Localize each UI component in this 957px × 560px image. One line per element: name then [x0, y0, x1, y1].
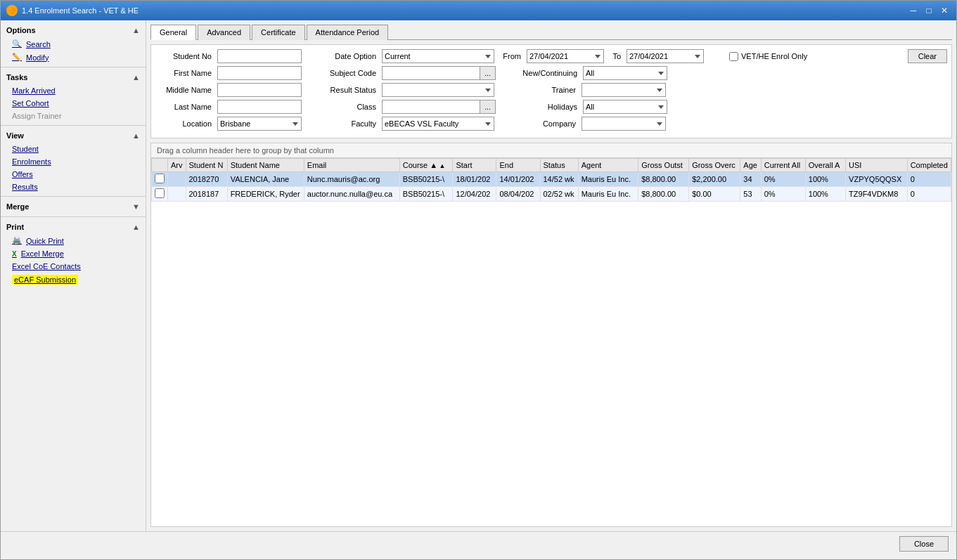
main-content: Options ▲ 🔍 Search ✏️ Modify Tasks ▲ Mar… — [1, 20, 956, 531]
options-section-header[interactable]: Options ▲ — [1, 23, 146, 37]
location-select[interactable]: Brisbane — [217, 117, 302, 131]
class-input[interactable] — [382, 100, 480, 114]
cell-usi: TZ9F4VDKM8 — [846, 187, 908, 202]
class-container: ... — [382, 100, 496, 114]
title-bar: 🔶 1.4 Enrolment Search - VET & HE ─ □ ✕ — [1, 1, 956, 20]
col-email[interactable]: Email — [304, 159, 399, 172]
subject-code-label: Subject Code — [327, 69, 376, 77]
cell-age: 34 — [740, 172, 761, 187]
tab-attendance-period[interactable]: Attendance Period — [307, 25, 389, 40]
table-row[interactable]: 2018187 FREDERICK, Ryder auctor.nunc.nul… — [152, 187, 951, 202]
new-continuing-select[interactable]: All — [583, 66, 667, 80]
trainer-label: Trainer — [520, 86, 576, 94]
col-end[interactable]: End — [496, 159, 540, 172]
sidebar-item-results[interactable]: Results — [1, 181, 146, 193]
col-gross-overc[interactable]: Gross Overc — [689, 159, 740, 172]
col-current-all[interactable]: Current All — [761, 159, 805, 172]
date-option-select[interactable]: Current — [382, 49, 494, 63]
minimize-button[interactable]: ─ — [907, 5, 920, 16]
sidebar-item-quick-print[interactable]: 🖨️ Quick Print — [1, 234, 146, 247]
sidebar-item-mark-arrived[interactable]: Mark Arrived — [1, 84, 146, 97]
col-student-name[interactable]: Student Name — [227, 159, 304, 172]
cell-completed: 0 — [907, 172, 951, 187]
main-window: 🔶 1.4 Enrolment Search - VET & HE ─ □ ✕ … — [0, 0, 957, 560]
col-checkbox[interactable] — [152, 159, 168, 172]
sidebar-item-search[interactable]: 🔍 Search — [1, 37, 146, 51]
cell-end: 14/01/202 — [496, 172, 540, 187]
view-label: View — [6, 131, 24, 140]
col-overall-a[interactable]: Overall A — [805, 159, 845, 172]
close-button[interactable]: ✕ — [938, 5, 951, 16]
middle-name-input[interactable] — [217, 83, 302, 97]
view-section-header[interactable]: View ▲ — [1, 129, 146, 143]
col-course[interactable]: Course ▲ ▲ — [399, 159, 453, 172]
sidebar-item-assign-trainer: Assign Trainer — [1, 110, 146, 122]
search-form: Clear Student No Date Option Current Fro… — [150, 44, 952, 138]
new-continuing-label: New/Continuing — [521, 69, 577, 77]
tabs-container: General Advanced Certificate Attendance … — [150, 25, 952, 40]
col-age[interactable]: Age — [740, 159, 761, 172]
sidebar-item-offers[interactable]: Offers — [1, 168, 146, 181]
result-status-select[interactable] — [382, 83, 494, 97]
cell-status: 02/52 wk — [540, 187, 578, 202]
form-row-3: Middle Name Result Status Trainer — [155, 83, 947, 97]
col-gross-outst[interactable]: Gross Outst — [638, 159, 689, 172]
sidebar-item-modify[interactable]: ✏️ Modify — [1, 51, 146, 64]
last-name-input[interactable] — [217, 100, 302, 114]
col-start[interactable]: Start — [453, 159, 496, 172]
sidebar-item-set-cohort[interactable]: Set Cohort — [1, 97, 146, 110]
trainer-select[interactable] — [582, 83, 666, 97]
sidebar-item-excel-merge[interactable]: X Excel Merge — [1, 247, 146, 260]
tab-advanced[interactable]: Advanced — [198, 25, 250, 40]
table-row[interactable]: 2018270 VALENCIA, Jane Nunc.mauris@ac.or… — [152, 172, 951, 187]
holidays-select[interactable]: All — [583, 100, 667, 114]
row-checkbox-1[interactable] — [155, 174, 165, 183]
sidebar: Options ▲ 🔍 Search ✏️ Modify Tasks ▲ Mar… — [1, 20, 146, 531]
col-status[interactable]: Status — [540, 159, 578, 172]
vet-he-checkbox[interactable] — [729, 52, 738, 61]
student-no-input[interactable] — [217, 49, 302, 63]
cell-student-no: 2018187 — [186, 187, 227, 202]
class-ellipsis[interactable]: ... — [480, 100, 496, 114]
tasks-section-header[interactable]: Tasks ▲ — [1, 70, 146, 84]
print-label: Print — [6, 223, 24, 231]
col-student-no[interactable]: Student N — [186, 159, 227, 172]
cell-start: 12/04/202 — [453, 187, 496, 202]
cell-checkbox[interactable] — [152, 187, 168, 202]
company-select[interactable] — [582, 117, 666, 131]
first-name-input[interactable] — [217, 66, 302, 80]
separator-2 — [1, 125, 146, 126]
bottom-bar: Close — [1, 531, 956, 559]
sidebar-item-ecaf[interactable]: eCAF Submission — [1, 273, 146, 287]
subject-code-input[interactable] — [382, 66, 480, 80]
cell-current-all: 0% — [761, 187, 805, 202]
subject-code-ellipsis[interactable]: ... — [480, 66, 496, 80]
print-section-header[interactable]: Print ▲ — [1, 220, 146, 234]
tab-certificate[interactable]: Certificate — [252, 25, 305, 40]
col-arvc[interactable]: Arv — [168, 159, 186, 172]
set-cohort-label: Set Cohort — [12, 99, 49, 108]
cell-arvc — [168, 172, 186, 187]
clear-button[interactable]: Clear — [908, 49, 947, 63]
tab-general[interactable]: General — [150, 25, 196, 40]
col-completed[interactable]: Completed — [907, 159, 951, 172]
cell-checkbox[interactable] — [152, 172, 168, 187]
ecaf-label[interactable]: eCAF Submission — [12, 275, 78, 285]
sidebar-item-excel-coe[interactable]: Excel CoE Contacts — [1, 260, 146, 273]
cell-age: 53 — [740, 187, 761, 202]
col-agent[interactable]: Agent — [578, 159, 638, 172]
table-body: 2018270 VALENCIA, Jane Nunc.mauris@ac.or… — [152, 172, 951, 202]
excel-merge-label: Excel Merge — [21, 249, 64, 258]
modify-icon: ✏️ — [12, 53, 22, 62]
close-bottom-button[interactable]: Close — [899, 536, 949, 552]
sidebar-item-enrolments[interactable]: Enrolments — [1, 155, 146, 168]
to-date-input[interactable]: 27/04/2021 — [627, 49, 704, 63]
sidebar-item-student[interactable]: Student — [1, 143, 146, 155]
row-checkbox-2[interactable] — [155, 188, 165, 198]
cell-overall-a: 100% — [805, 172, 845, 187]
faculty-select[interactable]: eBECAS VSL Faculty — [382, 117, 494, 131]
maximize-button[interactable]: □ — [923, 5, 935, 16]
merge-section-header[interactable]: Merge ▼ — [1, 200, 146, 214]
from-date-input[interactable]: 27/04/2021 — [527, 49, 604, 63]
col-usi[interactable]: USI — [846, 159, 908, 172]
